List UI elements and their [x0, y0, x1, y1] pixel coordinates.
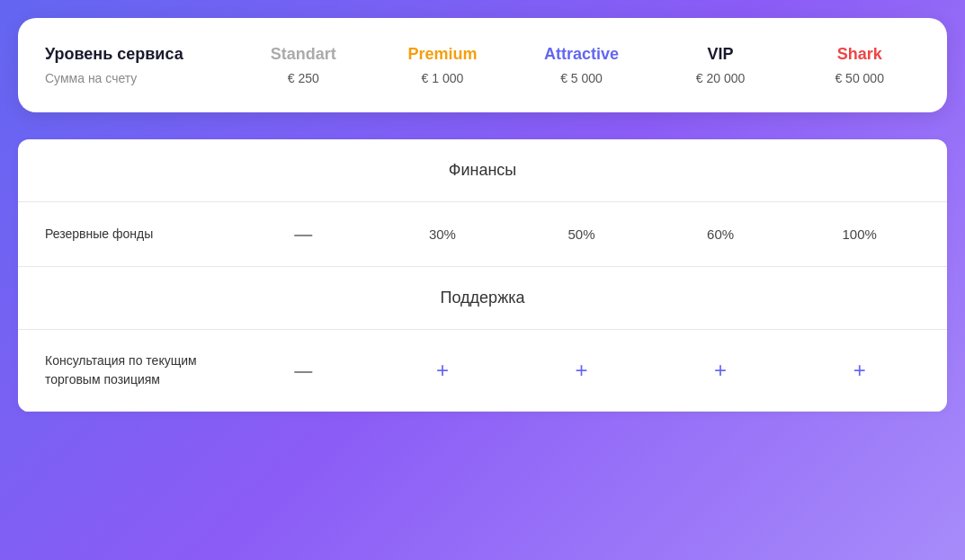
data-row: Консультация по текущим торговым позиция… [18, 330, 947, 412]
plan-col-vip: VIP€ 20 000 [651, 45, 791, 85]
plan-amount-attractive: € 5 000 [512, 71, 651, 85]
cell-value: + [512, 358, 651, 383]
plan-amount-shark: € 50 000 [790, 71, 929, 85]
plan-col-standart: Standart€ 250 [234, 45, 373, 85]
plan-amount-vip: € 20 000 [651, 71, 791, 85]
amount-label: Сумма на счету [45, 71, 234, 85]
dash-icon: — [294, 360, 312, 381]
row-label: Консультация по текущим торговым позиция… [36, 351, 234, 389]
plus-icon: + [714, 358, 727, 383]
plan-col-shark: Shark€ 50 000 [790, 45, 929, 85]
header-row: Уровень сервиса Сумма на счету Standart€… [36, 45, 929, 85]
header-card: Уровень сервиса Сумма на счету Standart€… [18, 18, 947, 112]
service-level-title: Уровень сервиса [45, 45, 234, 64]
plus-icon: + [436, 358, 449, 383]
dash-icon: — [294, 224, 312, 244]
cell-value: 60% [651, 227, 791, 242]
cell-value: 100% [790, 227, 929, 242]
plan-amount-premium: € 1 000 [373, 71, 513, 85]
plan-name-attractive: Attractive [512, 45, 651, 64]
plan-name-shark: Shark [790, 45, 929, 64]
plan-name-standart: Standart [234, 45, 373, 64]
plus-icon: + [575, 358, 587, 383]
plan-col-attractive: Attractive€ 5 000 [512, 45, 651, 85]
section-header-support: Поддержка [18, 267, 947, 330]
plan-amount-standart: € 250 [234, 71, 373, 85]
data-row: Резервные фонды—30%50%60%100% [18, 202, 947, 267]
cell-value: — [234, 224, 373, 244]
row-label: Резервные фонды [36, 225, 234, 244]
cell-value: — [234, 360, 373, 381]
plan-name-vip: VIP [651, 45, 791, 64]
plus-icon: + [853, 358, 866, 383]
plan-name-premium: Premium [373, 45, 513, 64]
section-header-finance: Финансы [18, 139, 947, 202]
cell-value: 50% [512, 227, 651, 242]
cell-value: + [651, 358, 791, 383]
col-label: Уровень сервиса Сумма на счету [36, 45, 234, 85]
plan-col-premium: Premium€ 1 000 [373, 45, 513, 85]
main-content: ФинансыРезервные фонды—30%50%60%100%Подд… [18, 139, 947, 412]
page-container: Уровень сервиса Сумма на счету Standart€… [18, 18, 947, 412]
cell-value: 30% [373, 227, 513, 242]
cell-value: + [790, 358, 929, 383]
cell-value: + [373, 358, 513, 383]
